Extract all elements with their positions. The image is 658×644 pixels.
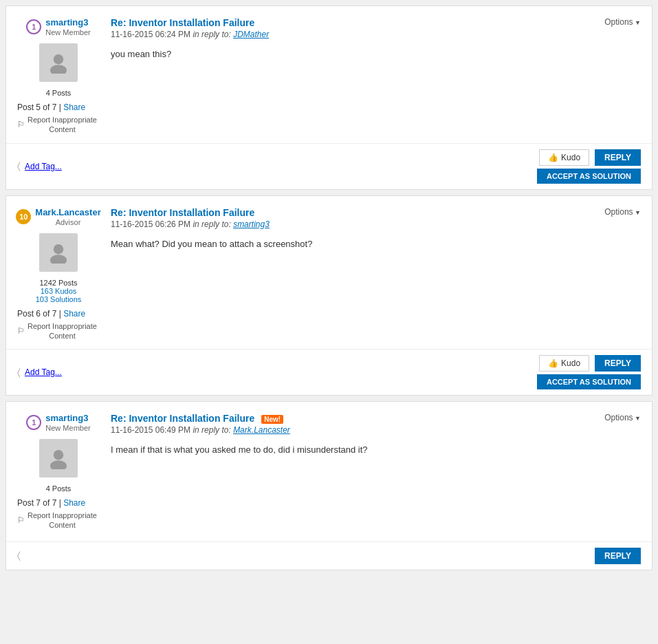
username[interactable]: smarting3 — [45, 17, 90, 28]
in-reply-label: in reply to: — [193, 219, 230, 229]
solutions-count: 103 Solutions — [36, 295, 82, 303]
post-body: I mean if that is what you asked me to d… — [111, 443, 641, 457]
post-count: 1242 Posts — [39, 279, 77, 287]
svg-point-3 — [50, 255, 67, 264]
kudos-count: 163 Kudos — [41, 287, 77, 295]
right-col: Re: Inventor Installation Failure New! O… — [100, 413, 641, 493]
right-col: Re: Inventor Installation Failure Option… — [100, 207, 641, 303]
tag-area: 〈 — [17, 550, 21, 561]
avatar-icon — [47, 52, 69, 74]
post-title-row: Re: Inventor Installation Failure New! O… — [111, 413, 641, 424]
flag-icon: ⚐ — [17, 515, 25, 525]
tag-icon: 〈 — [17, 160, 21, 172]
avatar — [39, 233, 78, 272]
report-row: ⚐ Report InappropriateContent — [17, 321, 97, 341]
post-title[interactable]: Re: Inventor Installation Failure New! — [111, 413, 283, 424]
kudo-button[interactable]: 👍 Kudo — [539, 355, 589, 372]
add-tag-link[interactable]: Add Tag... — [25, 162, 62, 171]
user-role: New Member — [45, 28, 90, 36]
share-link[interactable]: Share — [63, 309, 85, 319]
reply-to-link[interactable]: JDMather — [233, 30, 269, 39]
user-role: New Member — [45, 424, 90, 432]
post-title-row: Re: Inventor Installation Failure Option… — [111, 207, 641, 218]
report-link[interactable]: Report InappropriateContent — [28, 511, 97, 530]
avatar-icon — [47, 447, 69, 469]
post-bottom-spacer — [6, 530, 652, 541]
action-row-top: 👍 Kudo REPLY — [539, 149, 641, 166]
svg-point-4 — [54, 450, 63, 460]
post-inner: 10 Mark.Lancaster Advisor 1242 Posts 163… — [6, 196, 652, 303]
post-meta: 11-16-2015 06:26 PM in reply to: smartin… — [111, 219, 641, 229]
user-header: 1 smarting3 New Member — [17, 413, 100, 432]
svg-point-0 — [54, 54, 63, 64]
avatar-icon — [47, 242, 69, 264]
avatar — [39, 439, 78, 477]
user-header: 1 smarting3 New Member — [17, 17, 100, 36]
reply-to-link[interactable]: smarting3 — [233, 219, 270, 229]
post-nav: Post 5 of 7 | Share — [17, 103, 97, 112]
post-card: 1 smarting3 New Member 4 Posts — [6, 6, 652, 190]
left-col: 10 Mark.Lancaster Advisor 1242 Posts 163… — [17, 207, 100, 303]
post-body: Mean what? Did you mean to attach a scre… — [111, 237, 641, 251]
tag-icon: 〈 — [17, 367, 21, 378]
username[interactable]: smarting3 — [45, 413, 90, 423]
post-footer-left: Post 5 of 7 | Share ⚐ Report Inappropria… — [17, 103, 97, 135]
action-row-bottom: ACCEPT AS SOLUTION — [537, 374, 641, 389]
report-row: ⚐ Report InappropriateContent — [17, 511, 97, 530]
post-meta: 11-16-2015 06:24 PM in reply to: JDMathe… — [111, 30, 641, 39]
right-col: Re: Inventor Installation Failure Option… — [100, 17, 641, 97]
bottom-actions: 👍 Kudo REPLY ACCEPT AS SOLUTION — [537, 355, 641, 389]
post-nav: Post 7 of 7 | Share — [17, 498, 97, 508]
reply-to-link[interactable]: Mark.Lancaster — [233, 425, 290, 435]
options-button[interactable]: Options — [604, 17, 641, 27]
flag-icon: ⚐ — [17, 326, 25, 336]
post-footer-left: Post 6 of 7 | Share ⚐ Report Inappropria… — [17, 309, 97, 341]
post-inner: 1 smarting3 New Member 4 Posts — [6, 402, 652, 493]
post-footer: Post 5 of 7 | Share ⚐ Report Inappropria… — [6, 97, 652, 135]
report-link[interactable]: Report InappropriateContent — [28, 115, 97, 135]
tag-icon: 〈 — [17, 550, 21, 561]
post-title[interactable]: Re: Inventor Installation Failure — [111, 17, 254, 28]
tag-area: 〈 Add Tag... — [17, 367, 62, 378]
post-count: 4 Posts — [46, 484, 72, 493]
left-col: 1 smarting3 New Member 4 Posts — [17, 17, 100, 97]
post-meta: 11-16-2015 06:49 PM in reply to: Mark.La… — [111, 425, 641, 435]
options-button[interactable]: Options — [604, 207, 641, 217]
reply-button[interactable]: REPLY — [595, 548, 641, 564]
accept-solution-button[interactable]: ACCEPT AS SOLUTION — [537, 374, 641, 389]
share-link[interactable]: Share — [63, 498, 85, 508]
action-row-top: REPLY — [595, 548, 641, 564]
reply-button[interactable]: REPLY — [595, 149, 641, 166]
post-title[interactable]: Re: Inventor Installation Failure — [111, 207, 254, 218]
reply-button[interactable]: REPLY — [595, 355, 641, 372]
flag-icon: ⚐ — [17, 120, 25, 129]
accept-solution-button[interactable]: ACCEPT AS SOLUTION — [537, 169, 641, 184]
kudo-button[interactable]: 👍 Kudo — [539, 149, 589, 166]
share-link[interactable]: Share — [63, 103, 85, 112]
post-nav: Post 6 of 7 | Share — [17, 309, 97, 319]
in-reply-label: in reply to: — [193, 425, 230, 435]
user-role: Advisor — [35, 218, 100, 226]
post-footer: Post 6 of 7 | Share ⚐ Report Inappropria… — [6, 303, 652, 341]
post-footer-left: Post 7 of 7 | Share ⚐ Report Inappropria… — [17, 498, 97, 530]
avatar — [39, 43, 78, 82]
svg-point-2 — [54, 244, 63, 254]
options-button[interactable]: Options — [604, 413, 641, 422]
report-link[interactable]: Report InappropriateContent — [28, 321, 97, 341]
post-count: 4 Posts — [46, 89, 72, 97]
svg-point-5 — [50, 460, 67, 469]
report-row: ⚐ Report InappropriateContent — [17, 115, 97, 135]
post-inner: 1 smarting3 New Member 4 Posts — [6, 6, 652, 97]
post-title-row: Re: Inventor Installation Failure Option… — [111, 17, 641, 28]
add-tag-link[interactable]: Add Tag... — [25, 367, 62, 377]
post-actions: 〈 Add Tag... 👍 Kudo REPLY ACCEPT AS SOLU… — [6, 143, 652, 189]
rank-badge: 10 — [16, 209, 31, 224]
rank-badge: 1 — [26, 19, 41, 34]
user-header: 10 Mark.Lancaster Advisor — [17, 207, 100, 226]
action-row-top: 👍 Kudo REPLY — [539, 355, 641, 372]
bottom-actions: REPLY — [595, 548, 641, 564]
post-actions-truncated: 〈 REPLY — [6, 541, 652, 570]
action-row-bottom: ACCEPT AS SOLUTION — [537, 169, 641, 184]
username[interactable]: Mark.Lancaster — [35, 207, 100, 217]
post-card: 10 Mark.Lancaster Advisor 1242 Posts 163… — [6, 195, 652, 396]
